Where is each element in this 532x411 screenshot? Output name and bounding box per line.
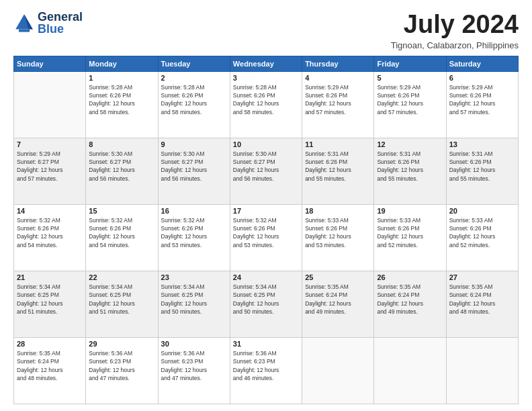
day-info: Sunrise: 5:32 AM Sunset: 6:26 PM Dayligh…	[17, 216, 83, 249]
day-info: Sunrise: 5:35 AM Sunset: 6:24 PM Dayligh…	[449, 283, 515, 316]
day-info: Sunrise: 5:34 AM Sunset: 6:25 PM Dayligh…	[161, 283, 227, 316]
day-info: Sunrise: 5:34 AM Sunset: 6:25 PM Dayligh…	[17, 283, 83, 316]
table-row: 21Sunrise: 5:34 AM Sunset: 6:25 PM Dayli…	[14, 271, 86, 337]
day-number: 18	[305, 207, 371, 215]
day-info: Sunrise: 5:29 AM Sunset: 6:27 PM Dayligh…	[17, 150, 83, 183]
table-row: 15Sunrise: 5:32 AM Sunset: 6:26 PM Dayli…	[86, 204, 158, 271]
day-info: Sunrise: 5:33 AM Sunset: 6:26 PM Dayligh…	[305, 216, 371, 249]
day-number: 6	[449, 74, 515, 82]
day-number: 12	[377, 140, 443, 148]
day-info: Sunrise: 5:35 AM Sunset: 6:24 PM Dayligh…	[17, 349, 83, 382]
table-row: 4Sunrise: 5:29 AM Sunset: 6:26 PM Daylig…	[302, 71, 374, 138]
month-title: July 2024	[391, 11, 519, 39]
day-number: 16	[161, 207, 227, 215]
day-number: 11	[305, 140, 371, 148]
day-info: Sunrise: 5:35 AM Sunset: 6:24 PM Dayligh…	[305, 283, 371, 316]
day-info: Sunrise: 5:30 AM Sunset: 6:27 PM Dayligh…	[233, 150, 299, 183]
table-row: 6Sunrise: 5:29 AM Sunset: 6:26 PM Daylig…	[446, 71, 518, 138]
day-number: 19	[377, 207, 443, 215]
table-row: 10Sunrise: 5:30 AM Sunset: 6:27 PM Dayli…	[230, 138, 302, 204]
calendar-week-row: 21Sunrise: 5:34 AM Sunset: 6:25 PM Dayli…	[14, 271, 519, 337]
day-number: 26	[377, 273, 443, 281]
table-row: 26Sunrise: 5:35 AM Sunset: 6:24 PM Dayli…	[374, 271, 446, 337]
calendar-week-row: 7Sunrise: 5:29 AM Sunset: 6:27 PM Daylig…	[14, 138, 519, 204]
header-sunday: Sunday	[14, 56, 86, 71]
table-row: 28Sunrise: 5:35 AM Sunset: 6:24 PM Dayli…	[14, 337, 86, 404]
table-row: 20Sunrise: 5:33 AM Sunset: 6:26 PM Dayli…	[446, 204, 518, 271]
day-info: Sunrise: 5:32 AM Sunset: 6:26 PM Dayligh…	[161, 216, 227, 249]
day-info: Sunrise: 5:31 AM Sunset: 6:26 PM Dayligh…	[305, 150, 371, 183]
day-number: 14	[17, 207, 83, 215]
table-row: 12Sunrise: 5:31 AM Sunset: 6:26 PM Dayli…	[374, 138, 446, 204]
day-number: 3	[233, 74, 299, 82]
table-row: 18Sunrise: 5:33 AM Sunset: 6:26 PM Dayli…	[302, 204, 374, 271]
table-row	[374, 337, 446, 404]
header-tuesday: Tuesday	[158, 56, 230, 71]
day-info: Sunrise: 5:36 AM Sunset: 6:23 PM Dayligh…	[89, 349, 154, 382]
day-number: 25	[305, 273, 371, 281]
day-number: 4	[305, 74, 371, 82]
header-wednesday: Wednesday	[230, 56, 302, 71]
day-number: 17	[233, 207, 299, 215]
table-row: 7Sunrise: 5:29 AM Sunset: 6:27 PM Daylig…	[14, 138, 86, 204]
day-number: 31	[233, 340, 299, 348]
calendar-week-row: 14Sunrise: 5:32 AM Sunset: 6:26 PM Dayli…	[14, 204, 519, 271]
day-number: 15	[89, 207, 154, 215]
logo: General Blue	[13, 11, 83, 35]
day-info: Sunrise: 5:28 AM Sunset: 6:26 PM Dayligh…	[89, 83, 154, 116]
header-friday: Friday	[374, 56, 446, 71]
day-info: Sunrise: 5:34 AM Sunset: 6:25 PM Dayligh…	[233, 283, 299, 316]
logo-text: General Blue	[38, 11, 83, 35]
day-number: 2	[161, 74, 227, 82]
day-info: Sunrise: 5:33 AM Sunset: 6:26 PM Dayligh…	[377, 216, 443, 249]
day-info: Sunrise: 5:31 AM Sunset: 6:26 PM Dayligh…	[449, 150, 515, 183]
day-info: Sunrise: 5:34 AM Sunset: 6:25 PM Dayligh…	[89, 283, 154, 316]
table-row: 19Sunrise: 5:33 AM Sunset: 6:26 PM Dayli…	[374, 204, 446, 271]
day-number: 22	[89, 273, 154, 281]
day-info: Sunrise: 5:29 AM Sunset: 6:26 PM Dayligh…	[305, 83, 371, 116]
title-block: July 2024 Tignoan, Calabarzon, Philippin…	[391, 11, 519, 50]
table-row: 5Sunrise: 5:29 AM Sunset: 6:26 PM Daylig…	[374, 71, 446, 138]
table-row: 24Sunrise: 5:34 AM Sunset: 6:25 PM Dayli…	[230, 271, 302, 337]
day-number: 27	[449, 273, 515, 281]
day-number: 24	[233, 273, 299, 281]
day-number: 23	[161, 273, 227, 281]
table-row: 23Sunrise: 5:34 AM Sunset: 6:25 PM Dayli…	[158, 271, 230, 337]
day-number: 5	[377, 74, 443, 82]
header-monday: Monday	[86, 56, 158, 71]
table-row: 1Sunrise: 5:28 AM Sunset: 6:26 PM Daylig…	[86, 71, 158, 138]
table-row: 22Sunrise: 5:34 AM Sunset: 6:25 PM Dayli…	[86, 271, 158, 337]
table-row: 16Sunrise: 5:32 AM Sunset: 6:26 PM Dayli…	[158, 204, 230, 271]
day-number: 29	[89, 340, 154, 348]
day-number: 7	[17, 140, 83, 148]
day-number: 10	[233, 140, 299, 148]
svg-rect-2	[19, 30, 30, 32]
location: Tignoan, Calabarzon, Philippines	[391, 40, 519, 50]
day-number: 9	[161, 140, 227, 148]
day-info: Sunrise: 5:33 AM Sunset: 6:26 PM Dayligh…	[449, 216, 515, 249]
table-row: 29Sunrise: 5:36 AM Sunset: 6:23 PM Dayli…	[86, 337, 158, 404]
day-info: Sunrise: 5:36 AM Sunset: 6:23 PM Dayligh…	[161, 349, 227, 382]
day-number: 1	[89, 74, 154, 82]
calendar-week-row: 28Sunrise: 5:35 AM Sunset: 6:24 PM Dayli…	[14, 337, 519, 404]
day-info: Sunrise: 5:32 AM Sunset: 6:26 PM Dayligh…	[89, 216, 154, 249]
table-row: 25Sunrise: 5:35 AM Sunset: 6:24 PM Dayli…	[302, 271, 374, 337]
day-info: Sunrise: 5:28 AM Sunset: 6:26 PM Dayligh…	[233, 83, 299, 116]
day-number: 20	[449, 207, 515, 215]
table-row: 27Sunrise: 5:35 AM Sunset: 6:24 PM Dayli…	[446, 271, 518, 337]
table-row: 11Sunrise: 5:31 AM Sunset: 6:26 PM Dayli…	[302, 138, 374, 204]
day-number: 30	[161, 340, 227, 348]
table-row	[14, 71, 86, 138]
day-number: 13	[449, 140, 515, 148]
header-saturday: Saturday	[446, 56, 518, 71]
table-row	[446, 337, 518, 404]
calendar-week-row: 1Sunrise: 5:28 AM Sunset: 6:26 PM Daylig…	[14, 71, 519, 138]
day-info: Sunrise: 5:35 AM Sunset: 6:24 PM Dayligh…	[377, 283, 443, 316]
day-info: Sunrise: 5:29 AM Sunset: 6:26 PM Dayligh…	[449, 83, 515, 116]
table-row: 13Sunrise: 5:31 AM Sunset: 6:26 PM Dayli…	[446, 138, 518, 204]
day-info: Sunrise: 5:31 AM Sunset: 6:26 PM Dayligh…	[377, 150, 443, 183]
header: General Blue July 2024 Tignoan, Calabarz…	[13, 11, 519, 50]
table-row: 2Sunrise: 5:28 AM Sunset: 6:26 PM Daylig…	[158, 71, 230, 138]
page: General Blue July 2024 Tignoan, Calabarz…	[0, 0, 532, 411]
header-thursday: Thursday	[302, 56, 374, 71]
